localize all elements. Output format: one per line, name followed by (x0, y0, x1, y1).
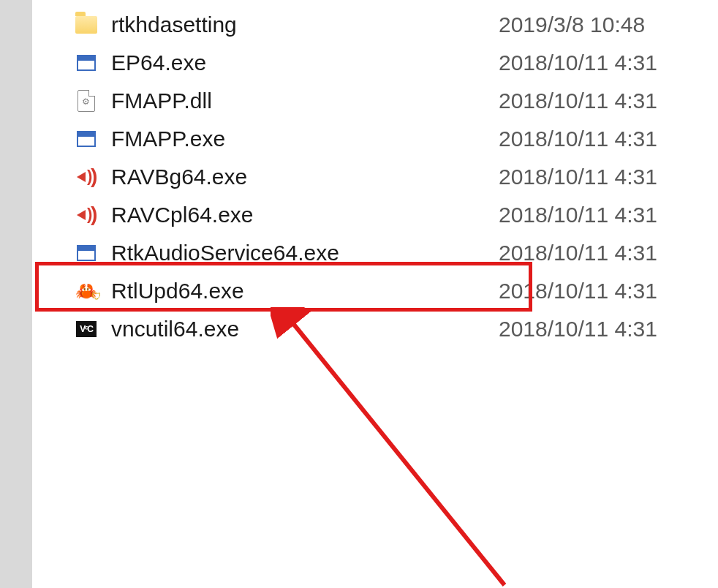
file-name: RAVCpl64.exe (111, 203, 499, 227)
file-name: RtlUpd64.exe (111, 279, 499, 304)
file-name: FMAPP.exe (111, 127, 499, 151)
file-date: 2018/10/11 4:31 (499, 88, 718, 113)
file-row[interactable]: VᶜC vncutil64.exe 2018/10/11 4:31 (32, 310, 718, 348)
file-date: 2018/10/11 4:31 (499, 165, 718, 189)
file-row[interactable]: RtkAudioService64.exe 2018/10/11 4:31 (32, 234, 718, 272)
file-name: RtkAudioService64.exe (111, 241, 499, 265)
left-gutter (0, 0, 32, 588)
file-name: vncutil64.exe (111, 317, 499, 342)
file-date: 2018/10/11 4:31 (499, 279, 718, 304)
application-icon (72, 55, 101, 71)
speaker-icon: ) (72, 167, 101, 186)
dll-icon (72, 90, 101, 112)
file-list: rtkhdasetting 2019/3/8 10:48 EP64.exe 20… (32, 0, 718, 588)
speaker-icon: ) (72, 206, 101, 225)
file-name: FMAPP.dll (111, 88, 499, 113)
file-date: 2018/10/11 4:31 (499, 203, 718, 227)
file-row[interactable]: FMAPP.dll 2018/10/11 4:31 (32, 82, 718, 120)
file-row[interactable]: FMAPP.exe 2018/10/11 4:31 (32, 120, 718, 158)
file-row-highlighted[interactable]: 🦀🛡 RtlUpd64.exe 2018/10/11 4:31 (32, 272, 718, 310)
file-row[interactable]: ) RAVCpl64.exe 2018/10/11 4:31 (32, 196, 718, 234)
file-date: 2018/10/11 4:31 (499, 241, 718, 265)
vnc-icon: VᶜC (72, 321, 101, 337)
application-icon (72, 131, 101, 147)
application-icon (72, 245, 101, 261)
file-name: rtkhdasetting (111, 12, 499, 37)
folder-icon (72, 16, 101, 34)
file-date: 2019/3/8 10:48 (499, 12, 718, 37)
file-date: 2018/10/11 4:31 (499, 127, 718, 151)
file-row[interactable]: rtkhdasetting 2019/3/8 10:48 (32, 6, 718, 44)
file-row[interactable]: EP64.exe 2018/10/11 4:31 (32, 44, 718, 82)
file-date: 2018/10/11 4:31 (499, 317, 718, 342)
realtek-crab-icon: 🦀🛡 (72, 282, 101, 300)
file-date: 2018/10/11 4:31 (499, 50, 718, 75)
file-name: EP64.exe (111, 50, 499, 75)
file-row[interactable]: ) RAVBg64.exe 2018/10/11 4:31 (32, 158, 718, 196)
file-name: RAVBg64.exe (111, 165, 499, 189)
